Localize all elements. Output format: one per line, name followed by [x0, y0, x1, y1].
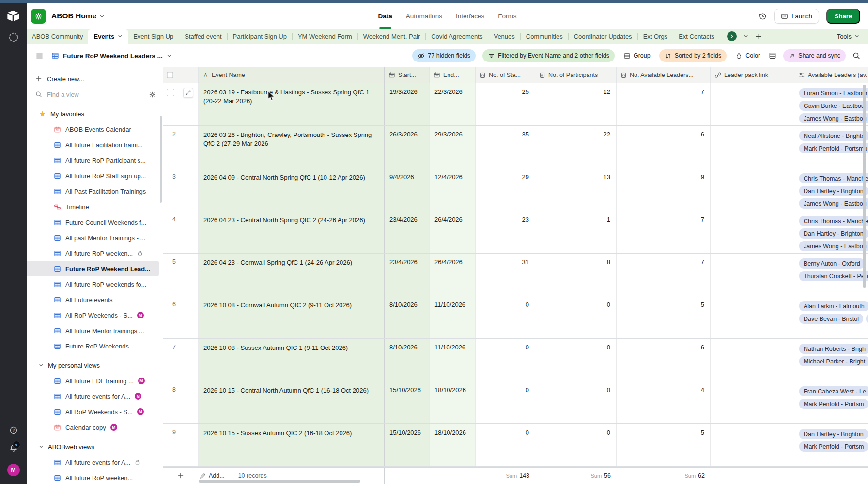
column-header-start[interactable]: 31Start...	[385, 67, 430, 83]
cell-staff[interactable]: 0	[476, 424, 535, 466]
cell-name[interactable]: 2026 10 15 - Central North Autumn QfC 1 …	[199, 381, 385, 424]
cell-staff[interactable]: 35	[476, 126, 535, 168]
share-button[interactable]: Share	[826, 9, 860, 24]
cell-available[interactable]: Neal Allistone - BrightoMark Penfold - P…	[794, 126, 868, 168]
sidebar-view-abob-events-calendar[interactable]: 31ABOB Events Calendar	[27, 121, 159, 137]
nav-interfaces[interactable]: Interfaces	[456, 3, 484, 29]
cell-staff[interactable]: 31	[476, 254, 535, 296]
table-tab-participant-sign-up[interactable]: Participant Sign Up	[228, 29, 292, 44]
cell-num[interactable]: 3	[163, 168, 199, 211]
cell-pack[interactable]	[711, 168, 794, 211]
cell-start[interactable]: 19/3/2026	[385, 83, 430, 125]
find-view-input[interactable]: Find a view	[27, 87, 163, 102]
sidebar-view-all-past-facilitation-trainings[interactable]: All Past Facilitation Trainings	[27, 183, 159, 199]
cell-name[interactable]: 2026 03 19 - Eastbourne & Hastings - Sus…	[199, 83, 385, 125]
table-tab-covid-agreements[interactable]: Covid Agreements	[426, 29, 488, 44]
cell-participants[interactable]: 0	[535, 339, 617, 381]
sidebar-section-my-favorites[interactable]: My favorites	[27, 106, 163, 121]
cell-participants[interactable]: 22	[535, 126, 617, 168]
launch-button[interactable]: Launch	[774, 9, 819, 24]
cell-start[interactable]: 23/4/2026	[385, 211, 430, 253]
cell-staff[interactable]: 23	[476, 211, 535, 253]
sidebar-view-all-future-events[interactable]: All Future events	[27, 292, 159, 307]
search-icon[interactable]	[852, 52, 860, 60]
cell-available[interactable]: Chris Thomas - MancheDan Hartley - Brigh…	[794, 168, 868, 211]
cell-start[interactable]: 9/4/2026	[385, 168, 430, 211]
color-button[interactable]: Color	[733, 49, 762, 62]
cell-name[interactable]: 2026 10 08 - Sussex Autumn QfC 1 (9-11 O…	[199, 339, 385, 381]
cell-num[interactable]: 5	[163, 254, 199, 296]
cell-end[interactable]: 11/10/2026	[430, 339, 476, 381]
cell-leaders_count[interactable]: 4	[617, 381, 711, 424]
cell-num[interactable]: 8	[163, 381, 199, 424]
sidebar-view-all-future-rop-weekends-fo[interactable]: All future RoP weekends fo...	[27, 276, 159, 292]
column-header-end[interactable]: 31End...	[430, 67, 476, 83]
select-all-checkbox[interactable]	[167, 72, 173, 78]
cell-end[interactable]: 18/10/2026	[430, 381, 476, 424]
filter-button[interactable]: Filtered by Event Name and 2 other field…	[482, 49, 615, 62]
cell-num[interactable]: 7	[163, 339, 199, 381]
cell-num[interactable]: 9	[163, 424, 199, 466]
cell-leaders_count[interactable]: 9	[617, 168, 711, 211]
sidebar-view-calendar-copy[interactable]: 31Calendar copyM	[27, 420, 159, 435]
view-settings-gear-icon[interactable]	[149, 91, 156, 98]
sidebar-view-all-rop-weekends-s[interactable]: All RoP Weekends - S...M	[27, 307, 159, 323]
history-icon[interactable]	[759, 12, 767, 20]
share-sync-button[interactable]: Share and sync	[783, 49, 846, 62]
cell-start[interactable]: 15/10/2026	[385, 424, 430, 466]
cell-participants[interactable]: 1	[535, 211, 617, 253]
sidebar-view-all-rop-weekends-s[interactable]: All RoP Weekends - S...M	[27, 404, 159, 420]
sidebar-view-future-rop-weekend-lead[interactable]: Future RoP Weekend Lead...	[27, 261, 159, 276]
cell-leaders_count[interactable]: 7	[617, 83, 711, 125]
table-tab-event-sign-up[interactable]: Event Sign Up	[128, 29, 179, 44]
sidebar-view-all-future-rop-weeken[interactable]: All future RoP weeken...	[27, 470, 159, 484]
cell-num[interactable]: 6	[163, 296, 199, 338]
cell-end[interactable]: 12/4/2026	[430, 168, 476, 211]
cell-start[interactable]: 8/10/2026	[385, 296, 430, 338]
column-header-num[interactable]	[163, 67, 199, 83]
chevron-down-icon[interactable]	[744, 34, 748, 39]
add-record-plus-icon[interactable]	[177, 472, 184, 479]
cell-participants[interactable]: 12	[535, 83, 617, 125]
sidebar-view-all-future-edi-training[interactable]: All future EDI Training ...M	[27, 373, 159, 389]
sidebar-view-future-council-weekends-f[interactable]: Future Council Weekends f...	[27, 214, 159, 230]
cell-pack[interactable]	[711, 296, 794, 338]
cell-available[interactable]: Nathan Roberts - BrighMichael Parker - B…	[794, 339, 868, 381]
cell-available[interactable]: Berny Auton - OxfordThurstan Crockett - …	[794, 254, 868, 296]
sidebar-view-all-future-rop-weeken[interactable]: All future RoP weeken...	[27, 245, 159, 261]
table-tab-weekend-ment-pair[interactable]: Weekend Ment. Pair	[358, 29, 426, 44]
cell-num[interactable]	[163, 83, 199, 125]
horizontal-scrollbar[interactable]	[199, 480, 360, 483]
notifications-button[interactable]: 9	[9, 444, 18, 454]
cell-available[interactable]: Alan Larkin - FalmouthDave Bevan - Brist…	[794, 296, 868, 338]
sidebar-view-all-past-mentor-trainings[interactable]: All past Mentor Trainings - ...	[27, 230, 159, 245]
cell-name[interactable]: 2026 04 23 - Central North Spring QfC 2 …	[199, 211, 385, 253]
cell-available[interactable]: Chris Thomas - MancheDan Hartley - Brigh…	[794, 211, 868, 253]
cell-participants[interactable]: 0	[535, 381, 617, 424]
cell-leaders_count[interactable]: 5	[617, 424, 711, 466]
cell-pack[interactable]	[711, 83, 794, 125]
row-checkbox[interactable]	[167, 89, 174, 96]
cell-end[interactable]: 11/10/2026	[430, 296, 476, 338]
cell-name[interactable]: 2026 10 08 - Cornwall Autumn QfC 2 (9-11…	[199, 296, 385, 338]
cell-pack[interactable]	[711, 424, 794, 466]
cell-name[interactable]: 2026 10 15 - Sussex Autumn QfC 2 (16-18 …	[199, 424, 385, 466]
sidebar-view-all-future-rop-participant-s[interactable]: All future RoP Participant s...	[27, 152, 159, 168]
sidebar-view-future-rop-weekends[interactable]: Future RoP Weekends	[27, 338, 159, 354]
expand-tabs-button[interactable]	[727, 31, 737, 41]
views-menu-icon[interactable]	[35, 52, 44, 60]
table-tab-ext-contacts[interactable]: Ext Contacts	[673, 29, 720, 44]
cell-name[interactable]: 2026 04 23 - Cornwall Spring QfC 1 (24-2…	[199, 254, 385, 296]
cell-start[interactable]: 23/4/2026	[385, 254, 430, 296]
cell-pack[interactable]	[711, 339, 794, 381]
cell-participants[interactable]: 8	[535, 254, 617, 296]
vertical-scrollbar[interactable]	[863, 85, 866, 288]
cell-participants[interactable]: 0	[535, 424, 617, 466]
cell-staff[interactable]: 0	[476, 381, 535, 424]
cell-staff[interactable]: 0	[476, 339, 535, 381]
cell-leaders_count[interactable]: 7	[617, 211, 711, 253]
nav-forms[interactable]: Forms	[498, 3, 516, 29]
cell-end[interactable]: 22/3/2026	[430, 83, 476, 125]
add-record-button[interactable]: Add...	[200, 472, 225, 479]
add-table-icon[interactable]	[755, 33, 762, 40]
